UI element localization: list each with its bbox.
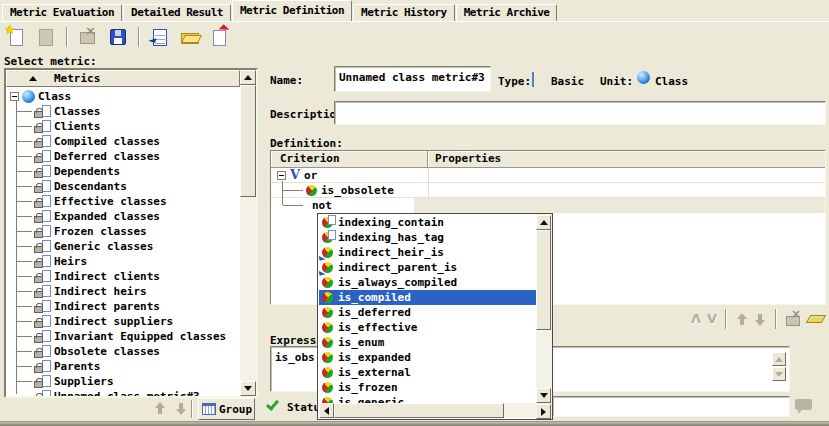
toolbar-separator — [66, 27, 68, 47]
open-metrics-button[interactable] — [178, 25, 202, 49]
comment-bubble-icon[interactable] — [795, 399, 812, 410]
tree-item[interactable]: Frozen classes — [6, 224, 240, 239]
metric-icon — [34, 195, 51, 208]
tree-root-class[interactable]: Class — [6, 89, 240, 104]
separator — [191, 400, 193, 418]
tree-item[interactable]: Suppliers — [6, 374, 240, 389]
move-up-icon — [153, 402, 166, 415]
arrow-up-icon — [775, 357, 783, 362]
or-operator-button[interactable]: V — [707, 312, 717, 326]
arrow-left-icon — [324, 407, 329, 415]
export-metrics-button[interactable] — [208, 25, 232, 49]
tree-item[interactable]: Deferred classes — [6, 149, 240, 164]
dropdown-item[interactable]: is_external — [319, 365, 536, 380]
dropdown-item[interactable]: is_deferred — [319, 305, 536, 320]
expression-scrollbar[interactable] — [772, 352, 787, 384]
status-field[interactable] — [552, 396, 790, 417]
metric-list-header[interactable]: Metrics — [6, 70, 240, 87]
tree-item[interactable]: Indirect suppliers — [6, 314, 240, 329]
erase-criterion-button[interactable] — [806, 315, 827, 323]
tree-item[interactable]: Parents — [6, 359, 240, 374]
delete-criterion-button[interactable]: × — [785, 311, 802, 327]
tree-item[interactable]: Invariant Equipped classes — [6, 329, 240, 344]
dropdown-item[interactable]: is_expanded — [319, 350, 536, 365]
tree-item[interactable]: Indirect heirs — [6, 284, 240, 299]
name-input[interactable]: Unnamed class metric#3 — [334, 66, 491, 92]
scrollbar-thumb[interactable] — [240, 85, 256, 197]
scrollbar-thumb[interactable] — [334, 403, 504, 418]
dropdown-horizontal-scrollbar[interactable] — [319, 403, 537, 418]
dropdown-item[interactable]: indexing_has_tag — [319, 230, 536, 245]
column-criterion[interactable]: Criterion — [271, 151, 428, 167]
tab-detailed-result[interactable]: Detailed Result — [123, 4, 231, 21]
tab-metric-definition[interactable]: Metric Definition — [232, 0, 352, 21]
tab-metric-evaluation[interactable]: Metric Evaluation — [2, 4, 122, 21]
metric-list-scrollbar[interactable] — [240, 70, 256, 396]
scroll-down-button[interactable] — [536, 388, 551, 403]
metric-icon — [34, 180, 51, 193]
tree-item-clipped[interactable]: Unnamed class metric#3 — [6, 389, 240, 396]
criterion-pie-icon — [322, 292, 333, 303]
arrow-up-icon — [540, 220, 548, 225]
metric-icon — [34, 165, 51, 178]
tree-item[interactable]: Dependents — [6, 164, 240, 179]
tree-item[interactable]: Effective classes — [6, 194, 240, 209]
dropdown-item[interactable]: indexing_contain — [319, 215, 536, 230]
metric-tool-window: Metric Evaluation Detailed Result Metric… — [0, 0, 829, 426]
scrollbar-thumb[interactable] — [536, 230, 551, 330]
tree-item[interactable]: Indirect clients — [6, 269, 240, 284]
dropdown-item-selected[interactable]: is_compiled — [319, 290, 536, 305]
scroll-right-button[interactable] — [536, 404, 551, 419]
collapse-icon[interactable] — [10, 92, 19, 101]
metric-tree: Class Classes Clients Compiled classes D… — [6, 89, 240, 396]
tree-item[interactable]: Expanded classes — [6, 209, 240, 224]
scroll-up-button[interactable] — [240, 70, 256, 85]
move-criterion-up-button[interactable] — [735, 313, 748, 326]
move-up-button[interactable] — [150, 400, 168, 417]
tree-item[interactable]: Generic classes — [6, 239, 240, 254]
column-properties[interactable]: Properties — [428, 151, 825, 167]
collapse-icon[interactable] — [277, 171, 286, 180]
metric-icon — [34, 300, 51, 313]
criterion-row-is-obsolete[interactable]: is_obsolete — [271, 183, 825, 198]
move-criterion-down-button[interactable] — [754, 313, 767, 326]
import-metrics-button[interactable] — [148, 25, 172, 49]
dropdown-vertical-scrollbar[interactable] — [536, 214, 552, 419]
description-input[interactable] — [334, 101, 826, 125]
tree-item[interactable]: Indirect parents — [6, 299, 240, 314]
tree-item[interactable]: Classes — [6, 104, 240, 119]
criterion-row-or[interactable]: V or — [271, 168, 825, 183]
or-operator-icon: V — [290, 170, 300, 180]
dropdown-item[interactable]: is_enum — [319, 335, 536, 350]
metric-toolbar: ★ × — [4, 24, 232, 50]
new-metric-button[interactable]: ★ — [4, 25, 28, 49]
scroll-left-button[interactable] — [319, 403, 334, 418]
dropdown-item[interactable]: indirect_parent_is — [319, 260, 536, 275]
scroll-down-button[interactable] — [772, 367, 786, 381]
tab-metric-history[interactable]: Metric History — [353, 4, 455, 21]
dropdown-item[interactable]: is_frozen — [319, 380, 536, 395]
criterion-row-not[interactable]: not — [271, 198, 825, 213]
scroll-up-button[interactable] — [536, 215, 551, 230]
tab-metric-archive[interactable]: Metric Archive — [456, 4, 558, 21]
group-toggle-button[interactable]: Group — [198, 398, 255, 420]
save-metric-button[interactable] — [106, 25, 130, 49]
tree-item[interactable]: Obsolete classes — [6, 344, 240, 359]
criterion-pie-icon — [322, 382, 333, 393]
dropdown-item[interactable]: is_effective — [319, 320, 536, 335]
metric-icon — [34, 345, 51, 358]
metric-icon — [34, 315, 51, 328]
duplicate-metric-button[interactable] — [34, 25, 58, 49]
scroll-up-button[interactable] — [772, 352, 786, 366]
tree-item[interactable]: Compiled classes — [6, 134, 240, 149]
criterion-pie-icon — [322, 322, 333, 333]
move-down-button[interactable] — [172, 400, 190, 417]
and-operator-button[interactable]: Λ — [691, 312, 701, 326]
dropdown-item[interactable]: indirect_heir_is — [319, 245, 536, 260]
dropdown-item[interactable]: is_always_compiled — [319, 275, 536, 290]
delete-metric-button[interactable]: × — [76, 25, 100, 49]
tree-item[interactable]: Heirs — [6, 254, 240, 269]
tree-item[interactable]: Descendants — [6, 179, 240, 194]
tree-item[interactable]: Clients — [6, 119, 240, 134]
scroll-down-button[interactable] — [240, 381, 256, 396]
